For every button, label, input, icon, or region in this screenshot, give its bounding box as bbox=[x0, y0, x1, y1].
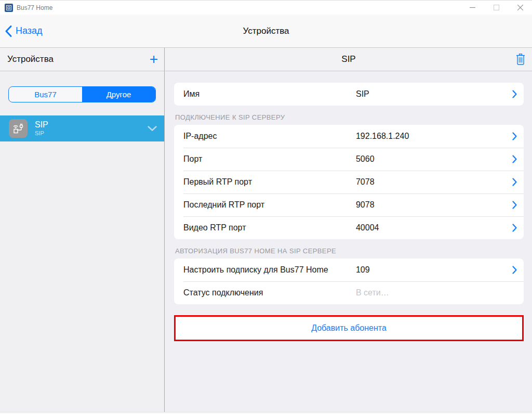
device-detail-panel: SIP Имя SIP ПОДКЛЮЧЕНИЕ К SIP bbox=[165, 48, 532, 414]
settings-form: Имя SIP ПОДКЛЮЧЕНИЕ К SIP СЕРВЕРУ IP-адр… bbox=[165, 71, 532, 341]
segment-bus77[interactable]: Bus77 bbox=[9, 87, 82, 102]
chevron-right-icon bbox=[512, 266, 517, 274]
setting-row-subscription[interactable]: Настроить подписку для Bus77 Home 109 bbox=[174, 258, 524, 281]
sip-device-icon bbox=[9, 119, 28, 138]
add-device-button[interactable]: + bbox=[150, 52, 158, 67]
add-subscriber-button[interactable]: Добавить абонента bbox=[174, 315, 524, 341]
name-card: Имя SIP bbox=[174, 83, 524, 106]
setting-row-name[interactable]: Имя SIP bbox=[174, 83, 524, 106]
row-value: 5060 bbox=[356, 154, 375, 164]
row-label: Статус подключения bbox=[183, 288, 263, 297]
detail-title: SIP bbox=[165, 54, 532, 64]
row-value: 109 bbox=[356, 265, 370, 275]
chevron-right-icon bbox=[512, 90, 517, 98]
row-label: Порт bbox=[183, 154, 202, 164]
setting-row-connection-status: Статус подключения В сети… bbox=[174, 281, 524, 304]
row-value: 192.168.1.240 bbox=[356, 132, 409, 141]
row-label: Имя bbox=[183, 89, 200, 99]
section-header-authorization: АВТОРИЗАЦИЯ BUS77 HOME НА SIP СЕРВЕРЕ bbox=[175, 247, 524, 255]
window-bottom-edge bbox=[0, 412, 532, 414]
chevron-right-icon bbox=[512, 201, 517, 209]
sidebar-header: Устройства + bbox=[0, 48, 164, 71]
row-value: 9078 bbox=[356, 200, 375, 210]
section-header-sip-connection: ПОДКЛЮЧЕНИЕ К SIP СЕРВЕРУ bbox=[175, 113, 524, 121]
chevron-down-icon[interactable] bbox=[148, 126, 157, 131]
sip-connection-card: IP-адрес 192.168.1.240 Порт 5060 Первый … bbox=[174, 125, 524, 239]
setting-row-port[interactable]: Порт 5060 bbox=[174, 148, 524, 171]
row-label: Настроить подписку для Bus77 Home bbox=[183, 265, 328, 275]
device-list-item-sip[interactable]: SIP SIP bbox=[0, 115, 164, 141]
trash-icon[interactable] bbox=[516, 54, 525, 65]
devices-sidebar: Устройства + Bus77 Другое SIP bbox=[0, 48, 165, 414]
window-title: Bus77 Home bbox=[17, 4, 52, 11]
row-label: Последний RTP порт bbox=[183, 200, 264, 210]
app-logo-icon bbox=[5, 4, 13, 12]
setting-row-last-rtp-port[interactable]: Последний RTP порт 9078 bbox=[174, 193, 524, 216]
authorization-card: Настроить подписку для Bus77 Home 109 Ст… bbox=[174, 258, 524, 304]
device-item-subtitle: SIP bbox=[35, 130, 48, 137]
status-value: В сети… bbox=[356, 288, 389, 297]
chevron-right-icon bbox=[512, 132, 517, 140]
row-value: 40004 bbox=[356, 223, 379, 232]
close-icon[interactable] bbox=[508, 1, 532, 15]
device-item-title: SIP bbox=[35, 120, 48, 130]
row-value: 7078 bbox=[356, 177, 375, 187]
minimize-icon[interactable] bbox=[460, 1, 484, 15]
title-bar: Bus77 Home bbox=[0, 0, 532, 15]
page-title: Устройства bbox=[0, 26, 532, 36]
chevron-right-icon bbox=[512, 224, 517, 232]
chevron-right-icon bbox=[512, 155, 517, 163]
maximize-icon[interactable] bbox=[484, 1, 508, 15]
row-value: SIP bbox=[356, 89, 369, 99]
chevron-right-icon bbox=[512, 178, 517, 186]
device-type-segmented-control: Bus77 Другое bbox=[8, 86, 156, 102]
row-label: Первый RTP порт bbox=[183, 177, 252, 187]
setting-row-first-rtp-port[interactable]: Первый RTP порт 7078 bbox=[174, 171, 524, 193]
row-label: IP-адрес bbox=[183, 132, 217, 141]
nav-header: Назад Устройства bbox=[0, 15, 532, 48]
setting-row-ip[interactable]: IP-адрес 192.168.1.240 bbox=[174, 125, 524, 148]
sidebar-title: Устройства bbox=[7, 54, 54, 64]
setting-row-video-rtp-port[interactable]: Видео RTP порт 40004 bbox=[174, 216, 524, 239]
segment-other[interactable]: Другое bbox=[82, 87, 155, 102]
detail-header: SIP bbox=[165, 48, 532, 71]
row-label: Видео RTP порт bbox=[183, 223, 246, 232]
